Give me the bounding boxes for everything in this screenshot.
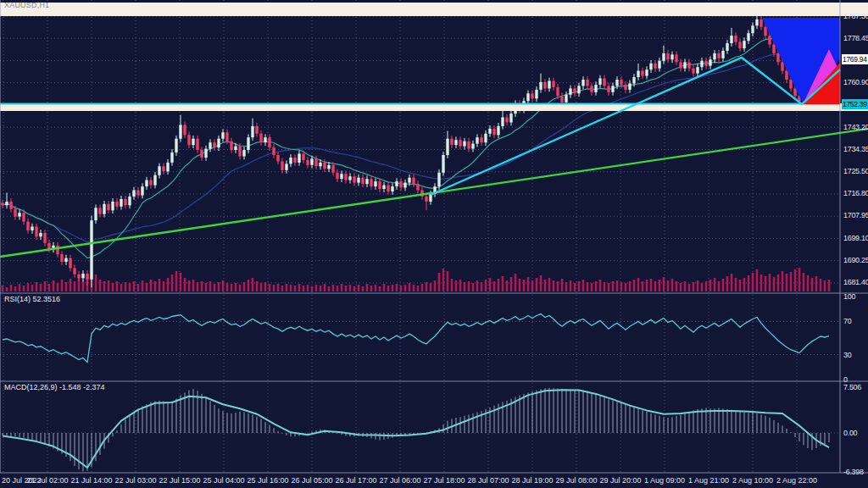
time-axis-label: 2 Aug 22:00 [776, 476, 817, 485]
resistance-zone [0, 3, 868, 16]
price-axis-label: 1690.25 [843, 256, 868, 264]
time-axis-label: 25 Jul 04:00 [203, 476, 244, 485]
price-axis-label: 1725.50 [843, 167, 868, 175]
price-axis-label: 1760.90 [843, 78, 868, 86]
time-axis-label: 2 Aug 10:00 [732, 476, 773, 485]
rsi-axis-label: 30 [843, 351, 868, 359]
price-axis-label: 1681.40 [843, 278, 868, 286]
time-axis-label: 1 Aug 09:00 [644, 476, 685, 485]
rsi-axis-label: 100 [843, 292, 868, 301]
price-axis-label: 1707.95 [843, 211, 868, 219]
time-axis-label: 26 Jul 05:00 [291, 476, 332, 485]
time-axis-label: 21 Jul 14:00 [70, 476, 112, 485]
rsi-axis-label: 70 [843, 317, 868, 325]
price-axis-label: 1716.80 [843, 189, 868, 197]
macd-indicator-label: MACD(12,26,9) -1.548 -2.374 [4, 383, 105, 391]
time-axis-label: 21 Jul 02:00 [26, 476, 68, 485]
symbol-title: XAUUSD,H1 [4, 1, 49, 9]
time-axis-label: 22 Jul 15:00 [159, 476, 200, 485]
time-axis-label: 27 Jul 06:00 [379, 476, 420, 485]
time-axis-label: 29 Jul 20:00 [599, 476, 641, 485]
bid-price-tag: 1769.94 [842, 54, 868, 64]
rsi-indicator-label: RSI(14) 52.3516 [4, 295, 60, 303]
price-axis-label: 1787.30 [843, 12, 868, 20]
time-axis-label: 28 Jul 19:00 [511, 476, 553, 485]
time-axis-label: 27 Jul 18:00 [423, 476, 465, 485]
support-line-price-tag: 1752.39 [842, 99, 868, 109]
time-axis-label: 29 Jul 08:00 [555, 476, 597, 485]
price-axis-label: 1699.10 [843, 234, 868, 242]
trading-chart-window: XAUUSD,H1 RSI(14) 52.3516 MACD(12,26,9) … [0, 0, 868, 488]
macd-axis-label: -6.398 [843, 468, 868, 476]
macd-axis-label: 7.506 [843, 383, 868, 391]
price-axis-label: 1743.20 [843, 123, 868, 131]
time-axis-label: 26 Jul 17:00 [335, 476, 376, 485]
time-axis-label: 28 Jul 07:00 [467, 476, 509, 485]
price-axis-label: 1778.45 [843, 34, 868, 42]
time-axis-label: 1 Aug 21:00 [688, 476, 729, 485]
price-axis-label: 1734.35 [843, 145, 868, 153]
macd-axis-label: 0.00 [843, 429, 868, 437]
chart-canvas[interactable] [0, 0, 868, 488]
time-axis-label: 22 Jul 03:00 [114, 476, 156, 485]
time-axis-label: 25 Jul 16:00 [247, 476, 288, 485]
